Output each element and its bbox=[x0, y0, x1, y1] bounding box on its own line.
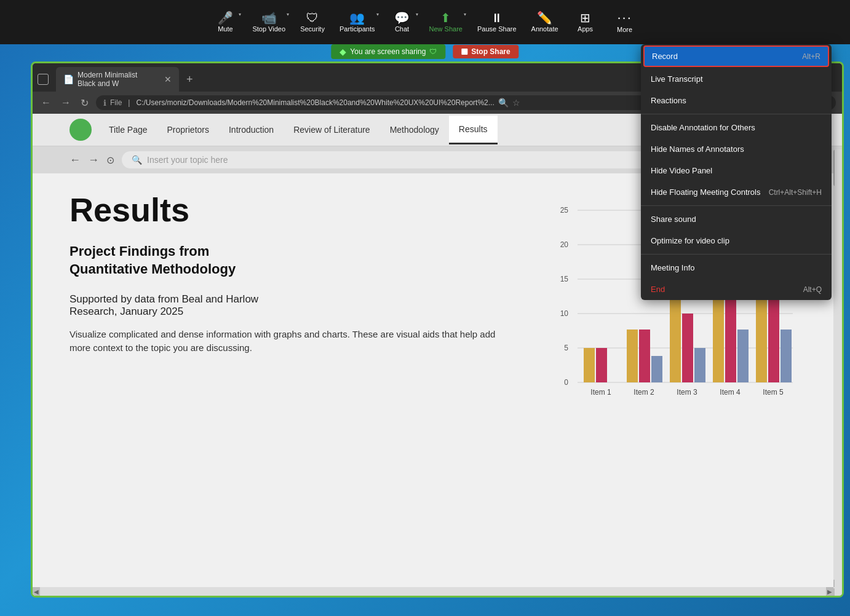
stop-video-label: Stop Video bbox=[252, 25, 285, 33]
results-body: Visualize complicated and dense informat… bbox=[70, 328, 510, 355]
apps-icon: ⊞ bbox=[580, 12, 590, 24]
search-icon[interactable]: 🔍 bbox=[498, 98, 509, 108]
new-share-caret: ▾ bbox=[464, 12, 466, 17]
menu-item-hide-annotators[interactable]: Hide Names of Annotators bbox=[641, 138, 832, 160]
browser-grid-icon[interactable] bbox=[38, 74, 49, 85]
security-icon: 🛡 bbox=[306, 12, 319, 24]
search-placeholder: Insert your topic here bbox=[147, 155, 228, 165]
scroll-end-arrow[interactable]: ▶ bbox=[833, 588, 842, 596]
scrollbar-thumb[interactable] bbox=[833, 149, 842, 186]
sharing-dot: ◆ bbox=[340, 47, 346, 57]
toolbar-security[interactable]: 🛡 Security bbox=[294, 8, 331, 36]
pdf-left-column: Results Project Findings fromQuantitativ… bbox=[70, 192, 522, 355]
nav-back-arrow[interactable]: ← bbox=[70, 154, 81, 167]
new-share-label: New Share bbox=[429, 25, 463, 33]
toolbar-apps[interactable]: ⊞ Apps bbox=[567, 8, 604, 36]
new-tab-button[interactable]: + bbox=[181, 72, 198, 87]
sharing-indicator: ◆ You are screen sharing 🛡 bbox=[331, 44, 445, 59]
participants-caret: ▾ bbox=[376, 12, 379, 17]
nav-forward-arrow[interactable]: → bbox=[88, 154, 99, 167]
tab-methodology[interactable]: Methodology bbox=[380, 116, 449, 143]
toolbar-participants[interactable]: 👥 Participants ▾ bbox=[333, 8, 381, 36]
bar-item2-blue bbox=[651, 356, 662, 382]
scroll-right-arrow[interactable]: ▶ bbox=[826, 587, 833, 596]
scroll-left-arrow[interactable]: ◀ bbox=[33, 587, 40, 596]
bar-item1-gold bbox=[584, 348, 595, 382]
toolbar-annotate[interactable]: ✏️ Annotate bbox=[525, 8, 565, 36]
toolbar-pause-share[interactable]: ⏸ Pause Share bbox=[471, 8, 523, 36]
annotate-icon: ✏️ bbox=[537, 12, 552, 24]
participants-label: Participants bbox=[340, 25, 375, 33]
svg-text:Item 2: Item 2 bbox=[634, 388, 654, 397]
menu-item-live-transcript[interactable]: Live Transcript bbox=[641, 68, 832, 90]
scrollbar-horizontal[interactable]: ◀ ▶ bbox=[33, 587, 833, 596]
stop-icon bbox=[461, 49, 467, 55]
toolbar-more[interactable]: ··· More bbox=[606, 7, 643, 37]
pause-share-icon: ⏸ bbox=[491, 12, 503, 24]
toolbar-mute[interactable]: 🎤 Mute ▾ bbox=[207, 8, 244, 36]
scrollbar-track[interactable]: ▼ ▶ bbox=[833, 149, 842, 596]
svg-text:20: 20 bbox=[560, 240, 569, 249]
menu-separator-1 bbox=[641, 114, 832, 114]
menu-item-record[interactable]: Record Alt+R bbox=[643, 45, 829, 67]
menu-item-hide-video-panel[interactable]: Hide Video Panel bbox=[641, 160, 832, 181]
back-button[interactable]: ← bbox=[39, 96, 54, 109]
svg-text:Item 4: Item 4 bbox=[720, 388, 741, 397]
hide-annotators-label: Hide Names of Annotators bbox=[651, 144, 744, 154]
address-bar-actions: 🔍 ☆ bbox=[498, 98, 520, 108]
tab-review-of-literature[interactable]: Review of Literature bbox=[284, 116, 380, 143]
star-icon[interactable]: ☆ bbox=[512, 98, 520, 108]
video-icon: 📹 bbox=[261, 12, 277, 24]
menu-item-optimize-video[interactable]: Optimize for video clip bbox=[641, 230, 832, 251]
toolbar-stop-video[interactable]: 📹 Stop Video ▾ bbox=[246, 8, 292, 36]
scroll-down-arrow[interactable]: ▼ bbox=[833, 580, 842, 587]
bar-item2-pink bbox=[639, 330, 650, 382]
menu-item-disable-annotation[interactable]: Disable Annotation for Others bbox=[641, 117, 832, 138]
forward-button[interactable]: → bbox=[58, 96, 73, 109]
meeting-info-label: Meeting Info bbox=[651, 263, 695, 272]
participants-icon: 👥 bbox=[349, 12, 365, 24]
sharing-banner: ◆ You are screen sharing 🛡 Stop Share bbox=[331, 44, 518, 59]
annotate-label: Annotate bbox=[531, 25, 558, 33]
menu-item-share-sound[interactable]: Share sound bbox=[641, 208, 832, 230]
tab-proprietors[interactable]: Proprietors bbox=[157, 116, 219, 143]
search-icon: 🔍 bbox=[132, 155, 142, 165]
optimize-video-label: Optimize for video clip bbox=[651, 236, 729, 245]
menu-item-end[interactable]: End Alt+Q bbox=[641, 278, 832, 300]
mute-icon: 🎤 bbox=[218, 12, 233, 24]
chat-icon: 💬 bbox=[394, 12, 410, 24]
new-share-icon: ⬆ bbox=[440, 12, 451, 24]
browser-tab-active[interactable]: 📄 Modern Minimalist Black and W ✕ bbox=[56, 67, 179, 92]
apps-label: Apps bbox=[578, 25, 593, 33]
record-label: Record bbox=[652, 52, 678, 61]
chat-caret: ▾ bbox=[416, 12, 418, 17]
reload-button[interactable]: ↻ bbox=[78, 96, 91, 110]
results-source: Supported by data from Beal and HarlowRe… bbox=[70, 293, 510, 318]
toolbar-new-share[interactable]: ⬆ New Share ▾ bbox=[423, 8, 469, 36]
pdf-logo-circle bbox=[70, 119, 92, 141]
hide-video-panel-label: Hide Video Panel bbox=[651, 166, 712, 175]
results-subtitle: Project Findings fromQuantitative Method… bbox=[70, 243, 510, 278]
menu-item-reactions[interactable]: Reactions bbox=[641, 90, 832, 111]
bar-item5-blue bbox=[780, 330, 792, 382]
sharing-shield-icon: 🛡 bbox=[429, 47, 437, 56]
tab-results[interactable]: Results bbox=[449, 116, 498, 144]
svg-text:25: 25 bbox=[560, 206, 569, 215]
share-sound-label: Share sound bbox=[651, 215, 696, 224]
chat-label: Chat bbox=[395, 25, 409, 33]
tab-close-button[interactable]: ✕ bbox=[164, 74, 172, 84]
mute-caret: ▾ bbox=[239, 12, 241, 17]
address-separator: | bbox=[128, 98, 130, 107]
results-title: Results bbox=[70, 192, 510, 228]
nav-search-circle[interactable]: ⊙ bbox=[106, 154, 114, 166]
tab-title-page[interactable]: Title Page bbox=[99, 116, 157, 143]
svg-text:Item 3: Item 3 bbox=[677, 388, 697, 397]
svg-text:10: 10 bbox=[560, 309, 569, 318]
stop-share-button[interactable]: Stop Share bbox=[453, 45, 518, 58]
svg-text:15: 15 bbox=[560, 275, 569, 283]
sharing-text: You are screen sharing bbox=[350, 47, 426, 56]
tab-introduction[interactable]: Introduction bbox=[219, 116, 284, 143]
menu-item-meeting-info[interactable]: Meeting Info bbox=[641, 257, 832, 278]
menu-item-hide-floating[interactable]: Hide Floating Meeting Controls Ctrl+Alt+… bbox=[641, 181, 832, 203]
toolbar-chat[interactable]: 💬 Chat ▾ bbox=[384, 8, 421, 36]
